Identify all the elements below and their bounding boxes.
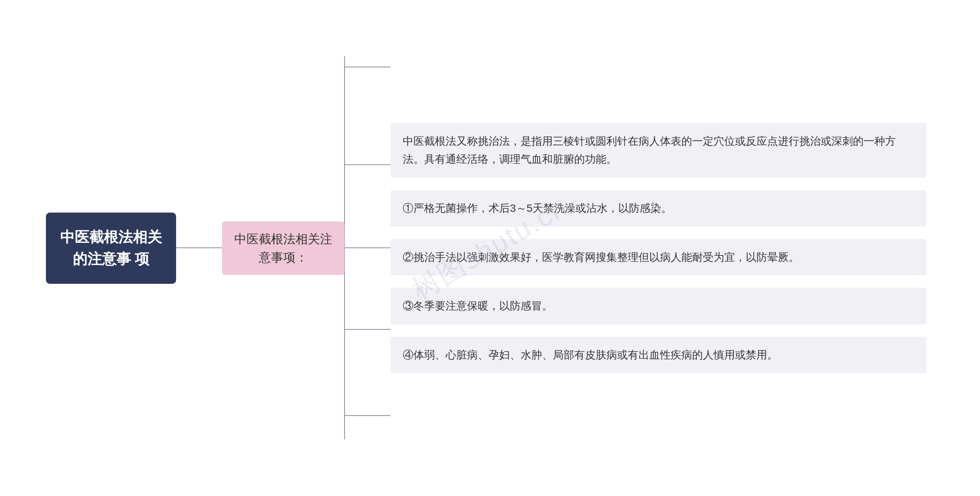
right-branch-container: 中医截根法又称挑治法，是指用三棱针或圆利针在病人体表的一定穴位或反应点进行挑治或… (390, 0, 926, 496)
content-box-text-5: ④体弱、心脏病、孕妇、水肿、局部有皮肤病或有出血性疾病的人慎用或禁用。 (403, 349, 778, 361)
content-box-text-3: ②挑治手法以强刺激效果好，医学教育网搜集整理但以病人能耐受为宜，以防晕厥。 (403, 251, 799, 263)
content-box-5: ④体弱、心脏病、孕妇、水肿、局部有皮肤病或有出血性疾病的人慎用或禁用。 (390, 337, 926, 373)
content-box-4: ③冬季要注意保暖，以防感冒。 (390, 288, 926, 324)
root-node: 中医截根法相关的注意事 项 (46, 213, 176, 284)
root-node-text: 中医截根法相关的注意事 项 (57, 226, 165, 270)
content-box-text-2: ①严格无菌操作，术后3～5天禁洗澡或沾水，以防感染。 (403, 202, 672, 214)
content-box-1: 中医截根法又称挑治法，是指用三棱针或圆利针在病人体表的一定穴位或反应点进行挑治或… (390, 123, 926, 178)
content-box-3: ②挑治手法以强刺激效果好，医学教育网搜集整理但以病人能耐受为宜，以防晕厥。 (390, 239, 926, 276)
content-box-text-1: 中医截根法又称挑治法，是指用三棱针或圆利针在病人体表的一定穴位或反应点进行挑治或… (403, 135, 896, 165)
content-box-text-4: ③冬季要注意保暖，以防感冒。 (403, 300, 553, 312)
mid-node-text: 中医截根法相关注意事项： (231, 230, 335, 267)
mind-map-container: 树图shutu.cn 中医截根法相关的注意事 项 中医截根法相关注意事项： (0, 0, 980, 496)
content-box-2: ①严格无菌操作，术后3～5天禁洗澡或沾水，以防感染。 (390, 190, 926, 227)
mid-node: 中医截根法相关注意事项： (222, 221, 345, 275)
